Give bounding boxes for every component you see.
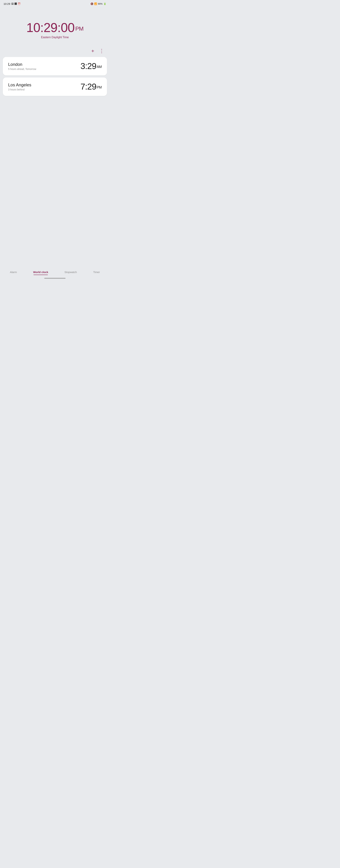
- city-name-losangeles: Los Angeles: [8, 83, 31, 87]
- status-bar-right: 🔇 📶 90% 🔋: [90, 2, 106, 5]
- main-timezone: Eastern Daylight Time: [41, 36, 69, 39]
- main-clock-section: 10:29:00PM Eastern Daylight Time: [0, 7, 110, 46]
- tab-timer[interactable]: Timer: [90, 270, 103, 274]
- phone-screen: 10:29 🖼 ⬛ ⏰ 🔇 📶 90% 🔋 10:29:00PM Eastern…: [0, 0, 110, 281]
- city-name-london: London: [8, 62, 36, 67]
- clock-icon: ⏰: [18, 2, 21, 5]
- world-clocks-list: London 5 hours ahead, Tomorrow 3:29AM Lo…: [0, 57, 110, 96]
- main-time-period: PM: [75, 26, 83, 32]
- tab-stopwatch[interactable]: Stopwatch: [62, 270, 80, 274]
- more-options-button[interactable]: ⋮: [98, 48, 105, 54]
- battery-icon: 🔋: [104, 2, 106, 5]
- tab-world-clock-label: World clock: [33, 271, 48, 274]
- status-icons: 🖼 ⬛ ⏰: [11, 2, 21, 5]
- nav-tabs: Alarm World clock Stopwatch Timer: [0, 270, 110, 276]
- add-city-button[interactable]: +: [91, 48, 95, 54]
- spacer: [0, 96, 110, 267]
- plus-icon: +: [91, 49, 94, 54]
- clock-card-losangeles: Los Angeles 3 hours behind 7:29PM: [3, 78, 107, 96]
- action-row: + ⋮: [0, 46, 110, 57]
- tab-timer-label: Timer: [93, 271, 100, 274]
- main-time-value: 10:29:00: [26, 21, 75, 35]
- clock-card-left-losangeles: Los Angeles 3 hours behind: [8, 83, 31, 91]
- clock-card-london: London 5 hours ahead, Tomorrow 3:29AM: [3, 57, 107, 75]
- mute-icon: 🔇: [90, 2, 93, 5]
- battery-level: 90%: [98, 2, 103, 5]
- city-offset-losangeles: 3 hours behind: [8, 88, 31, 91]
- screenshot-icon: ⬛: [15, 2, 17, 5]
- main-clock-time: 10:29:00PM: [26, 21, 83, 34]
- city-period-losangeles: PM: [97, 85, 102, 89]
- signal-icon: 📶: [94, 2, 97, 5]
- status-time: 10:29: [3, 2, 10, 5]
- tab-alarm[interactable]: Alarm: [7, 270, 20, 274]
- city-offset-london: 5 hours ahead, Tomorrow: [8, 68, 36, 70]
- home-indicator: [44, 278, 65, 279]
- status-bar: 10:29 🖼 ⬛ ⏰ 🔇 📶 90% 🔋: [0, 0, 110, 7]
- tab-stopwatch-label: Stopwatch: [64, 271, 77, 274]
- more-icon: ⋮: [99, 49, 104, 54]
- bottom-nav: Alarm World clock Stopwatch Timer: [0, 267, 110, 281]
- tab-world-clock[interactable]: World clock: [30, 270, 51, 274]
- city-time-losangeles: 7:29PM: [81, 83, 102, 91]
- status-bar-left: 10:29 🖼 ⬛ ⏰: [3, 2, 21, 5]
- tab-alarm-label: Alarm: [10, 271, 17, 274]
- photo-icon: 🖼: [11, 2, 13, 5]
- city-time-london: 3:29AM: [81, 62, 102, 70]
- clock-card-left-london: London 5 hours ahead, Tomorrow: [8, 62, 36, 70]
- city-period-london: AM: [97, 65, 102, 69]
